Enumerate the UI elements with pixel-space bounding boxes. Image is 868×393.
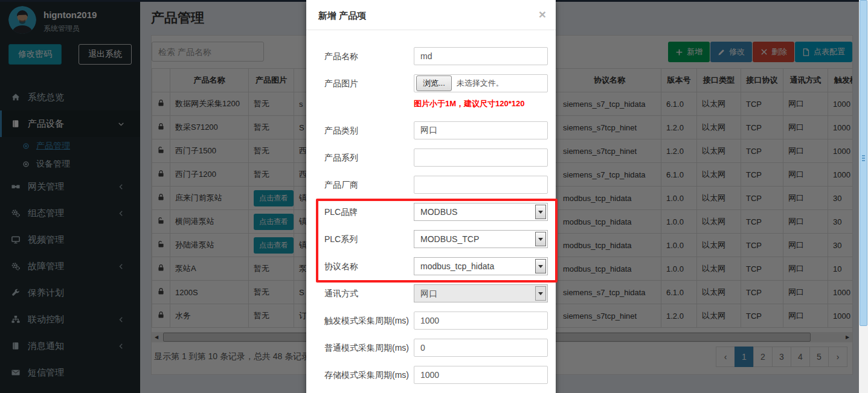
vertical-scrollbar[interactable] xyxy=(859,0,868,393)
field-label: 存储模式采集周期(ms) xyxy=(324,366,414,384)
dropdown-arrow-icon[interactable] xyxy=(535,259,546,273)
field-label: 产品图片 xyxy=(324,74,414,110)
dropdown-arrow-icon xyxy=(535,286,546,301)
plc-series-select-row: PLC系列MODBUS_TCP xyxy=(324,230,548,248)
storage-period-field-row: 存储模式采集周期(ms) xyxy=(324,366,548,384)
trigger-period-field[interactable] xyxy=(414,312,548,330)
dropdown-arrow-icon[interactable] xyxy=(535,205,546,219)
field-label: 产品名称 xyxy=(324,47,414,65)
comm-mode-select: 网口 xyxy=(414,284,548,302)
storage-period-field[interactable] xyxy=(414,366,548,384)
field-label: 产品类别 xyxy=(324,121,414,139)
selected-value: MODBUS_TCP xyxy=(420,234,479,244)
field-label: 产品系列 xyxy=(324,149,414,167)
field-label: 触发模式采集周期(ms) xyxy=(324,312,414,330)
selected-value: modbus_tcp_hidata xyxy=(420,261,494,271)
selected-value: MODBUS xyxy=(420,207,457,217)
plc-brand-select-row: PLC品牌MODBUS xyxy=(324,203,548,221)
protocol-name-select-row: 协议名称modbus_tcp_hidata xyxy=(324,257,548,275)
modal-title: 新增 产品项 xyxy=(318,10,366,21)
close-icon[interactable]: × xyxy=(539,8,546,21)
product-vendor-field-row: 产品厂商 xyxy=(324,176,548,194)
field-label: 通讯方式 xyxy=(324,284,414,302)
product-image-field-row: 产品图片浏览...未选择文件。图片小于1M，建议尺寸120*120 xyxy=(324,74,548,110)
field-label: 普通模式采集周期(ms) xyxy=(324,339,414,357)
normal-period-field[interactable] xyxy=(414,339,548,357)
product-category-field[interactable] xyxy=(414,121,548,139)
field-label: PLC品牌 xyxy=(324,203,414,221)
add-product-modal: 新增 产品项 × 产品名称产品图片浏览...未选择文件。图片小于1M，建议尺寸1… xyxy=(306,0,556,393)
dropdown-arrow-icon[interactable] xyxy=(535,232,546,246)
comm-mode-select-row: 通讯方式网口 xyxy=(324,284,548,302)
field-label: PLC系列 xyxy=(324,230,414,248)
modal-body: 产品名称产品图片浏览...未选择文件。图片小于1M，建议尺寸120*120产品类… xyxy=(306,30,556,393)
product-image-field[interactable]: 浏览...未选择文件。 xyxy=(414,74,548,92)
field-label: 协议名称 xyxy=(324,257,414,275)
browse-button[interactable]: 浏览... xyxy=(416,75,452,91)
product-category-field-row: 产品类别 xyxy=(324,121,548,139)
file-status-text: 未选择文件。 xyxy=(457,78,504,89)
protocol-name-select[interactable]: modbus_tcp_hidata xyxy=(414,257,548,275)
vertical-scrollbar-thumb[interactable] xyxy=(860,0,867,326)
field-label: 产品厂商 xyxy=(324,176,414,194)
product-name-field-row: 产品名称 xyxy=(324,47,548,65)
product-vendor-field[interactable] xyxy=(414,176,548,194)
product-series-field[interactable] xyxy=(414,149,548,167)
scrollbar-grip-icon xyxy=(862,155,865,161)
plc-brand-select[interactable]: MODBUS xyxy=(414,203,548,221)
plc-series-select[interactable]: MODBUS_TCP xyxy=(414,230,548,248)
trigger-period-field-row: 触发模式采集周期(ms) xyxy=(324,312,548,330)
normal-period-field-row: 普通模式采集周期(ms) xyxy=(324,339,548,357)
image-size-note: 图片小于1M，建议尺寸120*120 xyxy=(414,98,548,109)
product-series-field-row: 产品系列 xyxy=(324,149,548,167)
product-name-field[interactable] xyxy=(414,47,548,65)
selected-value: 网口 xyxy=(420,289,437,298)
